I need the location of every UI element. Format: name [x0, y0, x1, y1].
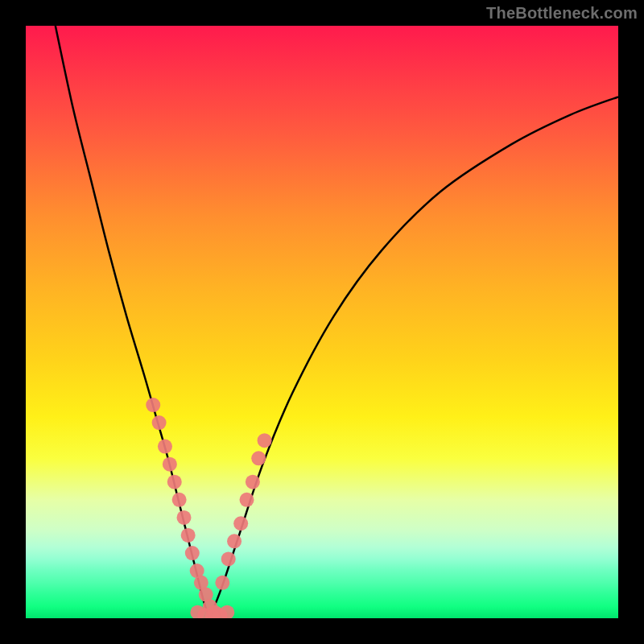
data-point	[258, 433, 272, 448]
chart-frame: TheBottleneck.com	[0, 0, 644, 644]
curve-layer	[56, 26, 618, 618]
data-point	[246, 475, 260, 489]
data-point	[221, 551, 236, 566]
data-point	[146, 398, 160, 412]
data-point	[215, 576, 229, 590]
data-point	[227, 534, 242, 548]
data-point	[233, 516, 248, 530]
data-point	[167, 475, 182, 489]
data-point	[163, 457, 177, 472]
data-point	[251, 451, 266, 465]
data-point	[172, 493, 187, 507]
data-point	[181, 528, 196, 543]
data-point	[220, 605, 234, 618]
data-point	[158, 440, 172, 454]
curve-right-branch	[209, 97, 618, 618]
plot-area	[26, 26, 618, 618]
data-point	[240, 493, 254, 507]
data-point	[152, 415, 167, 430]
dots-layer	[146, 398, 271, 618]
data-point	[177, 510, 192, 525]
data-point	[185, 546, 200, 560]
chart-svg	[26, 26, 618, 618]
watermark: TheBottleneck.com	[486, 4, 638, 23]
